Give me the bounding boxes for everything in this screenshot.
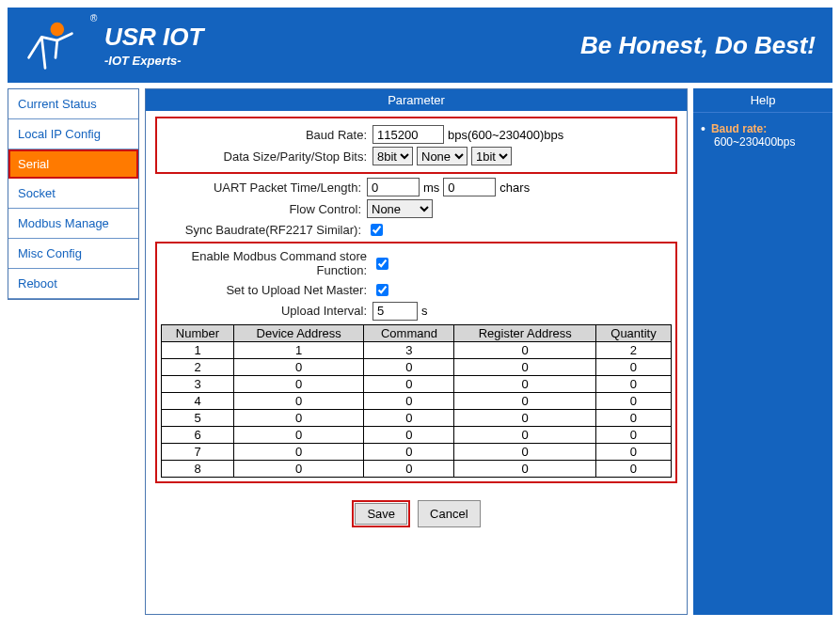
label-baud-rate: Baud Rate: bbox=[161, 128, 372, 142]
label-packet: UART Packet Time/Length: bbox=[155, 181, 367, 195]
sidebar-item-modbus[interactable]: Modbus Manage bbox=[8, 209, 138, 239]
table-cell: 1 bbox=[233, 341, 363, 358]
upload-master-checkbox[interactable] bbox=[376, 284, 388, 296]
help-item-text: 600~230400bps bbox=[714, 135, 825, 149]
table-header-row: Number Device Address Command Register A… bbox=[162, 324, 672, 341]
help-title: Help bbox=[693, 88, 832, 113]
unit-ms: ms bbox=[423, 181, 439, 195]
table-cell: 1 bbox=[162, 341, 234, 358]
th-command: Command bbox=[364, 324, 454, 341]
enable-modbus-checkbox[interactable] bbox=[376, 258, 388, 270]
table-row: 11302 bbox=[162, 341, 672, 358]
brand-sub: -IOT Experts- bbox=[104, 54, 203, 68]
table-cell: 3 bbox=[162, 375, 234, 392]
table-cell: 0 bbox=[595, 358, 671, 375]
table-cell: 0 bbox=[233, 392, 363, 409]
table-cell: 0 bbox=[595, 460, 671, 477]
sidebar-item-socket[interactable]: Socket bbox=[8, 179, 138, 209]
flow-control-select[interactable]: None bbox=[367, 199, 433, 218]
table-row: 30000 bbox=[162, 375, 672, 392]
table-cell: 0 bbox=[233, 358, 363, 375]
table-cell: 0 bbox=[595, 443, 671, 460]
data-size-select[interactable]: 8bit bbox=[372, 147, 413, 165]
parity-select[interactable]: None bbox=[417, 147, 468, 165]
table-cell: 2 bbox=[162, 358, 234, 375]
table-cell: 0 bbox=[454, 375, 595, 392]
table-cell: 3 bbox=[364, 341, 454, 358]
table-cell: 0 bbox=[595, 375, 671, 392]
table-row: 70000 bbox=[162, 443, 672, 460]
sync-baudrate-checkbox[interactable] bbox=[371, 224, 383, 236]
table-cell: 0 bbox=[454, 443, 595, 460]
sidebar-item-misc[interactable]: Misc Config bbox=[8, 239, 138, 269]
cancel-button[interactable]: Cancel bbox=[418, 500, 480, 527]
highlight-basic-serial: Baud Rate: bps(600~230400)bps Data Size/… bbox=[155, 117, 677, 174]
table-row: 40000 bbox=[162, 392, 672, 409]
table-cell: 0 bbox=[364, 392, 454, 409]
packet-time-input[interactable] bbox=[367, 178, 420, 196]
table-cell: 0 bbox=[233, 443, 363, 460]
main-panel: Parameter Baud Rate: bps(600~230400)bps … bbox=[145, 88, 688, 615]
sidebar: Current Status Local IP Config Serial So… bbox=[8, 88, 139, 300]
table-cell: 6 bbox=[162, 426, 234, 443]
save-highlight: Save bbox=[352, 500, 410, 527]
table-cell: 0 bbox=[454, 341, 595, 358]
table-cell: 8 bbox=[162, 460, 234, 477]
table-cell: 0 bbox=[595, 426, 671, 443]
table-cell: 0 bbox=[454, 460, 595, 477]
sidebar-item-serial[interactable]: Serial bbox=[8, 149, 138, 179]
table-row: 60000 bbox=[162, 426, 672, 443]
table-cell: 0 bbox=[233, 409, 363, 426]
unit-chars: chars bbox=[499, 181, 530, 195]
save-button[interactable]: Save bbox=[355, 503, 407, 525]
table-cell: 0 bbox=[364, 358, 454, 375]
brand-block: USR IOT -IOT Experts- bbox=[104, 23, 203, 68]
packet-len-input[interactable] bbox=[443, 178, 496, 196]
table-cell: 0 bbox=[454, 409, 595, 426]
unit-s: s bbox=[421, 304, 428, 318]
label-sync: Sync Baudrate(RF2217 Similar): bbox=[155, 223, 367, 237]
label-dsp: Data Size/Parity/Stop Bits: bbox=[161, 149, 372, 164]
table-cell: 0 bbox=[233, 426, 363, 443]
table-cell: 0 bbox=[595, 409, 671, 426]
table-cell: 0 bbox=[454, 358, 595, 375]
th-quantity: Quantity bbox=[595, 324, 671, 341]
label-flow: Flow Control: bbox=[155, 202, 367, 216]
label-upload-master: Set to Upload Net Master: bbox=[161, 283, 372, 297]
table-cell: 0 bbox=[454, 392, 595, 409]
highlight-modbus: Enable Modbus Command store Function: Se… bbox=[155, 242, 677, 483]
table-cell: 0 bbox=[364, 426, 454, 443]
table-cell: 0 bbox=[454, 426, 595, 443]
table-cell: 4 bbox=[162, 392, 234, 409]
help-item-label: Baud rate: bbox=[711, 122, 767, 135]
sidebar-item-current-status[interactable]: Current Status bbox=[8, 89, 138, 119]
brand-title: USR IOT bbox=[104, 23, 203, 52]
registered-mark: ® bbox=[90, 13, 97, 24]
stop-bits-select[interactable]: 1bit bbox=[471, 147, 512, 165]
table-cell: 0 bbox=[364, 409, 454, 426]
table-cell: 5 bbox=[162, 409, 234, 426]
table-row: 80000 bbox=[162, 460, 672, 477]
bullet-icon: • bbox=[701, 122, 705, 135]
th-number: Number bbox=[162, 324, 234, 341]
table-row: 20000 bbox=[162, 358, 672, 375]
th-device-address: Device Address bbox=[233, 324, 363, 341]
table-cell: 0 bbox=[233, 375, 363, 392]
table-cell: 2 bbox=[595, 341, 671, 358]
baud-unit: bps(600~230400)bps bbox=[448, 128, 563, 142]
table-cell: 0 bbox=[364, 460, 454, 477]
th-register-address: Register Address bbox=[454, 324, 595, 341]
table-cell: 7 bbox=[162, 443, 234, 460]
baud-rate-input[interactable] bbox=[372, 125, 444, 144]
main-title: Parameter bbox=[146, 89, 687, 111]
table-cell: 0 bbox=[233, 460, 363, 477]
upload-interval-input[interactable] bbox=[372, 302, 418, 321]
table-cell: 0 bbox=[595, 392, 671, 409]
slogan: Be Honest, Do Best! bbox=[580, 31, 816, 60]
help-panel: Help • Baud rate: 600~230400bps bbox=[693, 88, 832, 615]
sidebar-item-local-ip[interactable]: Local IP Config bbox=[8, 119, 138, 149]
header: ® USR IOT -IOT Experts- Be Honest, Do Be… bbox=[8, 8, 832, 83]
table-cell: 0 bbox=[364, 375, 454, 392]
modbus-table: Number Device Address Command Register A… bbox=[161, 324, 672, 478]
sidebar-item-reboot[interactable]: Reboot bbox=[8, 269, 138, 299]
